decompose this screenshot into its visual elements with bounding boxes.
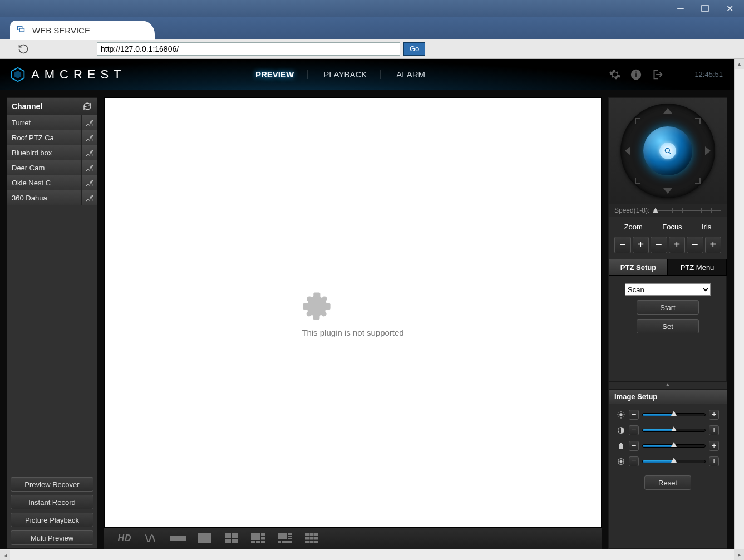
channel-name: Turret <box>7 119 81 127</box>
vertical-scrollbar[interactable]: ▴ <box>734 59 744 549</box>
fluency-icon[interactable] <box>141 531 162 546</box>
saturation-icon <box>617 457 625 466</box>
fullscreen-icon[interactable] <box>167 531 189 546</box>
nav-alarm[interactable]: ALARM <box>394 70 438 79</box>
tab-title: WEB SERVICE <box>32 26 90 35</box>
ptz-up[interactable] <box>663 108 672 114</box>
brightness-row: − + <box>617 410 719 420</box>
collapse-bar[interactable]: ▲ <box>609 381 727 389</box>
contrast-minus[interactable]: − <box>629 425 639 435</box>
ptz-speed-slider[interactable] <box>653 207 721 214</box>
minimize-button[interactable]: ─ <box>668 2 693 15</box>
channel-stream-button[interactable] <box>81 160 97 175</box>
nav-preview[interactable]: PREVIEW <box>253 70 308 79</box>
focus-out-button[interactable]: − <box>651 237 667 253</box>
ptz-start-button[interactable]: Start <box>637 300 699 315</box>
saturation-minus[interactable]: − <box>629 456 639 466</box>
ptz-up-left[interactable] <box>635 118 640 124</box>
svg-rect-18 <box>225 539 231 543</box>
channel-item[interactable]: Roof PTZ Ca <box>7 130 97 145</box>
layout-1-7[interactable] <box>274 531 295 546</box>
iris-close-button[interactable]: − <box>687 237 703 253</box>
svg-marker-4 <box>14 71 21 78</box>
instant-record-button[interactable]: Instant Record <box>11 495 93 509</box>
channel-item[interactable]: Bluebird box <box>7 145 97 160</box>
go-button[interactable]: Go <box>403 42 425 56</box>
svg-rect-26 <box>278 533 287 539</box>
ptz-speed-label: Speed(1-8): <box>614 207 649 214</box>
zoom-out-button[interactable]: − <box>614 237 631 253</box>
hue-slider[interactable] <box>642 444 706 448</box>
video-canvas: This plugin is not supported <box>104 97 602 528</box>
scroll-up-icon[interactable]: ▴ <box>735 59 744 69</box>
layout-3x3[interactable] <box>301 531 322 546</box>
horizontal-scrollbar[interactable]: ◂ ▸ <box>0 549 744 560</box>
maximize-button[interactable] <box>693 2 717 15</box>
channel-stream-button[interactable] <box>81 145 97 160</box>
gear-icon[interactable] <box>609 68 621 81</box>
info-icon[interactable] <box>630 68 642 81</box>
ptz-left[interactable] <box>625 146 630 155</box>
layout-1-5[interactable] <box>248 531 269 546</box>
channel-item[interactable]: Deer Cam <box>7 160 97 175</box>
hue-row: − + <box>617 441 719 451</box>
iris-open-button[interactable]: + <box>705 237 722 253</box>
svg-rect-33 <box>289 541 292 543</box>
svg-point-44 <box>619 413 622 416</box>
channel-item[interactable]: Turret <box>7 115 97 130</box>
ptz-pad <box>609 98 727 204</box>
ptz-right[interactable] <box>705 146 711 155</box>
svg-rect-29 <box>288 538 292 539</box>
hd-toggle[interactable]: HD <box>114 531 135 546</box>
channel-item[interactable]: 360 Dahua <box>7 190 97 205</box>
ptz-mode-select[interactable]: Scan <box>625 283 711 296</box>
logo-icon <box>10 67 26 82</box>
ptz-down-right[interactable] <box>695 178 701 184</box>
svg-point-55 <box>620 460 622 463</box>
saturation-row: − + <box>617 456 719 466</box>
brightness-slider[interactable] <box>642 413 706 416</box>
scroll-left-icon[interactable]: ◂ <box>0 550 10 560</box>
scroll-right-icon[interactable]: ▸ <box>734 549 744 560</box>
hue-minus[interactable]: − <box>629 441 639 451</box>
layout-1x1[interactable] <box>194 531 215 546</box>
image-reset-button[interactable]: Reset <box>644 475 691 490</box>
ptz-down-left[interactable] <box>635 178 640 184</box>
contrast-slider[interactable] <box>642 429 706 432</box>
picture-playback-button[interactable]: Picture Playback <box>11 513 93 527</box>
channel-stream-button[interactable] <box>81 115 97 130</box>
ptz-hub[interactable] <box>643 126 692 175</box>
url-input[interactable] <box>97 42 400 56</box>
hue-plus[interactable]: + <box>709 441 719 451</box>
layout-2x2[interactable] <box>221 531 242 546</box>
ptz-down[interactable] <box>663 188 672 194</box>
tab-ptz-setup[interactable]: PTZ Setup <box>609 259 668 276</box>
reload-button[interactable] <box>17 42 30 56</box>
ptz-set-button[interactable]: Set <box>637 319 699 333</box>
brightness-plus[interactable]: + <box>709 410 719 420</box>
saturation-plus[interactable]: + <box>709 456 719 466</box>
svg-line-51 <box>623 412 623 412</box>
ptz-up-right[interactable] <box>695 118 701 124</box>
zoom-in-button[interactable]: + <box>633 237 649 253</box>
multi-preview-button[interactable]: Multi Preview <box>11 530 93 545</box>
focus-in-button[interactable]: + <box>669 237 686 253</box>
tab-ptz-menu[interactable]: PTZ Menu <box>668 259 727 276</box>
saturation-slider[interactable] <box>642 460 706 463</box>
svg-rect-21 <box>261 533 265 536</box>
channel-stream-button[interactable] <box>81 190 97 205</box>
channel-stream-button[interactable] <box>81 130 97 145</box>
address-bar: Go <box>0 39 744 59</box>
browser-tab[interactable]: WEB SERVICE <box>10 21 155 40</box>
brightness-minus[interactable]: − <box>629 410 639 420</box>
contrast-plus[interactable]: + <box>709 425 719 435</box>
nav-playback[interactable]: PLAYBACK <box>321 70 381 79</box>
channel-item[interactable]: Okie Nest C <box>7 175 97 190</box>
preview-recover-button[interactable]: Preview Recover <box>11 477 93 492</box>
channel-refresh-button[interactable] <box>82 101 92 111</box>
channel-stream-button[interactable] <box>81 175 97 190</box>
close-button[interactable]: ✕ <box>717 2 742 15</box>
svg-rect-42 <box>314 541 318 543</box>
main-nav: PREVIEW PLAYBACK ALARM <box>253 59 438 90</box>
logout-icon[interactable] <box>651 68 663 81</box>
